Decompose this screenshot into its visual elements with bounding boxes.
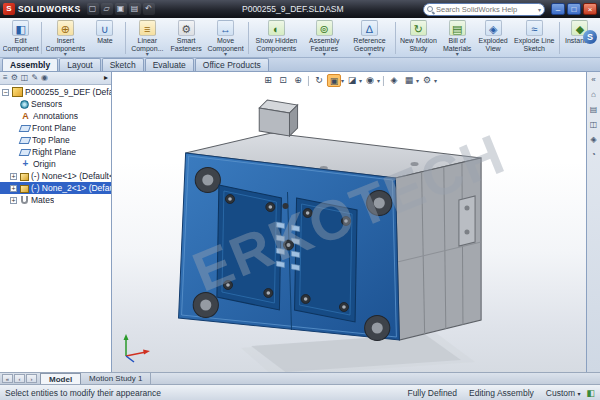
dropdown-arrow-icon[interactable]: ▾ [359, 77, 362, 84]
tree-item-right-plane[interactable]: Right Plane [0, 146, 111, 158]
print-icon[interactable]: ▤ [129, 3, 141, 15]
dropdown-arrow-icon[interactable]: ▾ [368, 52, 371, 56]
search-input[interactable] [436, 5, 538, 14]
graphics-viewport[interactable]: ERKOTECH ⊞ ⊡ ⊕ ↻ ▣ ▾ ◪ ▾ ◉ ▾ ◈ ▦ ▾ ⚙ ▾ [112, 72, 586, 372]
view-orientation-icon[interactable]: ▣ [327, 74, 341, 87]
file-explorer-icon[interactable]: ◫ [590, 120, 598, 129]
open-document-icon[interactable]: ▱ [101, 3, 113, 15]
next-tab-icon[interactable]: › [26, 374, 37, 383]
configuration-manager-tab-icon[interactable]: ◫ [21, 72, 29, 84]
close-button[interactable]: × [583, 3, 597, 15]
expand-toggle-icon[interactable]: − [2, 89, 9, 96]
assembly-3d-model[interactable] [112, 72, 586, 372]
dropdown-arrow-icon[interactable]: ▾ [323, 52, 326, 56]
move-component-button[interactable]: ↔ Move Component ▾ [205, 19, 246, 57]
tab-model[interactable]: Model [40, 373, 81, 384]
feature-manager-tab-icon[interactable]: ≡ [3, 72, 8, 84]
apply-scene-icon[interactable]: ▦ [402, 74, 416, 87]
tree-item-top-plane[interactable]: Top Plane [0, 134, 111, 146]
dropdown-arrow-icon[interactable]: ▾ [146, 52, 149, 56]
units-label: Custom [546, 388, 575, 398]
explode-line-sketch-button[interactable]: ≈ Explode Line Sketch [511, 19, 557, 57]
hide-show-items-icon[interactable]: ◉ [363, 74, 377, 87]
display-manager-tab-icon[interactable]: ◉ [41, 72, 48, 84]
view-settings-icon[interactable]: ⚙ [420, 74, 434, 87]
previous-tab-icon[interactable]: ‹ [14, 374, 25, 383]
units-selector[interactable]: Custom ▾ [546, 388, 581, 398]
tab-sketch[interactable]: Sketch [102, 58, 144, 71]
dimxpert-tab-icon[interactable]: ✎ [31, 72, 38, 84]
tree-item-component-none-2-selected[interactable]: + (-) None_2<1> (Default [0, 182, 111, 194]
tree-item-component-none-1[interactable]: + (-) None<1> (Default<< [0, 170, 111, 182]
bill-of-materials-button[interactable]: ▤ Bill of Materials ▾ [439, 19, 475, 57]
button-label: Move Component [207, 37, 244, 52]
ribbon-separator [248, 22, 249, 54]
section-view-icon[interactable]: ↻ [312, 74, 326, 87]
expand-toggle-icon[interactable]: + [10, 197, 17, 204]
tab-assembly[interactable]: Assembly [2, 58, 58, 71]
first-tab-icon[interactable]: « [2, 374, 13, 383]
tree-item-annotations[interactable]: A Annotations [0, 110, 111, 122]
tab-evaluate[interactable]: Evaluate [145, 58, 194, 71]
collapse-task-pane-icon[interactable]: « [591, 75, 595, 84]
tab-motion-study-1[interactable]: Motion Study 1 [81, 373, 151, 384]
tree-item-sensors[interactable]: Sensors [0, 98, 111, 110]
undo-icon[interactable]: ↶ [143, 3, 155, 15]
dropdown-arrow-icon[interactable]: ▾ [416, 77, 419, 84]
new-motion-study-icon: ↻ [410, 20, 427, 36]
exploded-view-button[interactable]: ◈ Exploded View [475, 19, 511, 57]
dropdown-arrow-icon[interactable]: ▾ [341, 77, 344, 84]
dropdown-arrow-icon[interactable]: ▾ [577, 391, 580, 397]
panel-flyout-arrow-icon[interactable]: ▸ [104, 72, 108, 84]
zoom-to-fit-icon[interactable]: ⊞ [261, 74, 275, 87]
insert-components-button[interactable]: ⊕ Insert Components ▾ [44, 19, 87, 57]
tab-office-products[interactable]: Office Products [195, 58, 269, 71]
dropdown-arrow-icon[interactable]: ▾ [377, 77, 380, 84]
dropdown-arrow-icon[interactable]: ▾ [434, 77, 437, 84]
feature-tree: − P000255_9_DEF (Default<D Sensors A Ann… [0, 85, 111, 372]
dropdown-arrow-icon[interactable]: ▾ [224, 52, 227, 56]
dropdown-arrow-icon[interactable]: ▾ [64, 52, 67, 56]
dropdown-arrow-icon[interactable]: ▾ [456, 52, 459, 56]
new-motion-study-button[interactable]: ↻ New Motion Study [398, 19, 440, 57]
display-style-icon[interactable]: ◪ [345, 74, 359, 87]
appearances-scenes-icon[interactable]: ◈ [590, 135, 596, 144]
expand-toggle-icon[interactable]: + [10, 173, 17, 180]
custom-properties-icon[interactable]: ◔ [591, 150, 596, 159]
tree-item-origin[interactable]: + Origin [0, 158, 111, 170]
panel-tab-strip: ≡ ⚙ ◫ ✎ ◉ ▸ [0, 72, 111, 85]
edit-component-button[interactable]: ◧ Edit Component [2, 19, 39, 57]
tab-layout[interactable]: Layout [59, 58, 101, 71]
button-label: Reference Geometry [348, 37, 391, 52]
save-icon[interactable]: ▣ [115, 3, 127, 15]
document-bottom-tabs: « ‹ › Model Motion Study 1 [0, 372, 600, 384]
solidworks-resources-icon[interactable]: ⌂ [591, 90, 596, 99]
minimize-button[interactable]: – [551, 3, 565, 15]
show-hidden-components-button[interactable]: ◐ Show Hidden Components [250, 19, 302, 57]
tree-item-front-plane[interactable]: Front Plane [0, 122, 111, 134]
edit-appearance-icon[interactable]: ◈ [387, 74, 401, 87]
tree-item-mates[interactable]: + Mates [0, 194, 111, 206]
smart-fasteners-button[interactable]: ⚙ Smart Fasteners [167, 19, 205, 57]
help-search-box[interactable]: ▾ [423, 3, 545, 16]
zoom-to-area-icon[interactable]: ⊡ [276, 74, 290, 87]
new-document-icon[interactable]: ▢ [87, 3, 99, 15]
reference-geometry-button[interactable]: ∆ Reference Geometry ▾ [346, 19, 393, 57]
status-message: Select entities to modify their appearan… [5, 388, 395, 398]
ribbon-separator [559, 22, 560, 54]
toolbar-separator [383, 76, 384, 86]
previous-view-icon[interactable]: ⊕ [291, 74, 305, 87]
design-library-icon[interactable]: ▤ [590, 105, 598, 114]
maximize-button[interactable]: □ [567, 3, 581, 15]
button-label: Mate [97, 37, 113, 53]
mate-button[interactable]: ∪ Mate [87, 19, 123, 57]
property-manager-tab-icon[interactable]: ⚙ [11, 72, 18, 84]
assembly-features-button[interactable]: ⊚ Assembly Features ▾ [302, 19, 346, 57]
sensors-icon [20, 100, 29, 109]
tree-item-root-assembly[interactable]: − P000255_9_DEF (Default<D [0, 86, 111, 98]
button-label: Edit Component [3, 37, 39, 53]
expand-toggle-icon[interactable]: + [10, 185, 17, 192]
linear-component-pattern-button[interactable]: ≡ Linear Compon... ▾ [128, 19, 167, 57]
tree-item-label: Origin [33, 159, 56, 169]
search-scope-arrow-icon[interactable]: ▾ [538, 6, 541, 13]
